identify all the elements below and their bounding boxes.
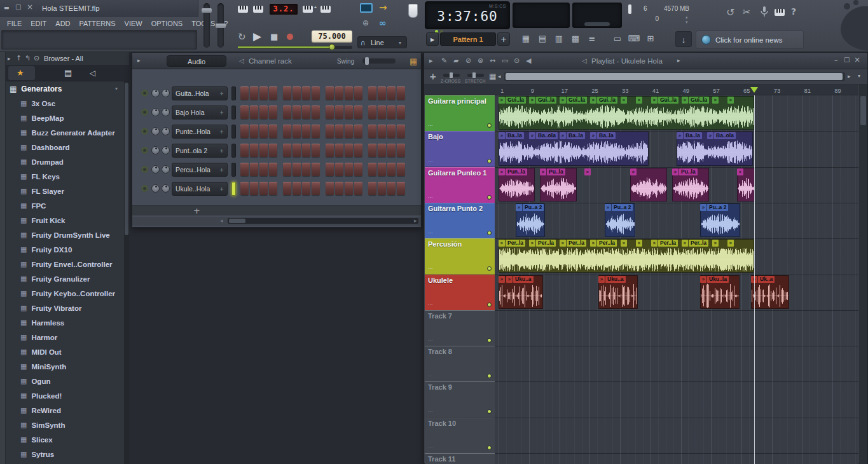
track-led[interactable] [487, 266, 492, 271]
browser-item-ogun[interactable]: ▦Ogun [6, 374, 124, 388]
channel-selector[interactable] [231, 144, 236, 158]
step-cell[interactable] [345, 182, 353, 195]
step-cell[interactable] [269, 182, 277, 195]
step-cell[interactable] [302, 125, 310, 138]
step-cell[interactable] [378, 144, 386, 157]
playlist-ruler[interactable]: 1917253341495765738189 [424, 85, 858, 95]
step-cell[interactable] [312, 144, 320, 157]
step-cell[interactable] [269, 106, 277, 119]
shuffle-knob[interactable] [329, 44, 335, 50]
mixer-button[interactable]: ▩ [568, 32, 582, 46]
scissors-icon[interactable]: ✂ [743, 8, 751, 17]
browser-item-fpc[interactable]: ▦FPC [6, 198, 124, 213]
oscilloscope-panel[interactable] [513, 3, 570, 28]
browser-scroll-thumb[interactable] [125, 83, 128, 235]
step-cell[interactable] [345, 144, 353, 157]
swing-slider[interactable] [362, 58, 396, 64]
channel-enable-led[interactable] [141, 109, 148, 116]
search-icon[interactable]: ⊙ [34, 55, 39, 62]
step-cell[interactable] [302, 182, 310, 195]
collapse-arrow-icon[interactable]: ▸ [429, 57, 433, 65]
step-cell[interactable] [397, 86, 405, 100]
browser-item-fruit-kick[interactable]: ▦Fruit Kick [6, 213, 124, 228]
step-cell[interactable] [269, 163, 277, 176]
browser-toggle-button[interactable]: ≡ [585, 32, 599, 46]
channel-enable-led[interactable] [141, 185, 148, 192]
window-collapse-icon[interactable]: ▬ [4, 5, 10, 11]
step-cell[interactable] [354, 106, 362, 119]
step-cell[interactable] [240, 163, 249, 176]
step-cell[interactable] [259, 182, 268, 195]
step-cell[interactable] [240, 144, 249, 157]
step-cell[interactable] [368, 182, 376, 195]
step-cell[interactable] [345, 125, 353, 138]
pan-knob[interactable] [151, 146, 160, 154]
step-cell[interactable] [326, 86, 334, 100]
step-cell[interactable] [326, 144, 334, 157]
track-header-track-7[interactable]: Track 7... [425, 310, 495, 346]
channel-selector[interactable] [231, 106, 236, 119]
track-header-ukulele[interactable]: Ukulele... [425, 275, 495, 311]
step-cell[interactable] [326, 163, 334, 176]
pitcher-icon[interactable] [408, 4, 418, 18]
step-cell[interactable] [293, 163, 301, 176]
track-led[interactable] [487, 338, 492, 343]
window-close-icon[interactable]: × [854, 56, 860, 64]
step-cell[interactable] [378, 106, 386, 119]
track-header-track-10[interactable]: Track 10... [425, 418, 495, 454]
main-pitch-slider[interactable] [217, 3, 224, 48]
browser-tab-sounds-icon[interactable]: ◁ [90, 69, 95, 77]
browser-item-3x-osc[interactable]: ▦3x Osc [6, 96, 124, 111]
track-led[interactable] [487, 374, 492, 378]
step-cell[interactable] [335, 144, 343, 157]
step-cell[interactable] [387, 144, 396, 157]
window-maximize-icon[interactable]: □ [844, 57, 850, 63]
browser-item-beepmap[interactable]: ▦BeepMap [6, 111, 124, 125]
volume-knob[interactable] [162, 165, 170, 174]
step-cell[interactable] [312, 182, 320, 195]
step-cell[interactable] [250, 182, 258, 195]
step-cell[interactable] [283, 144, 291, 157]
step-cell[interactable] [378, 125, 386, 138]
step-cell[interactable] [293, 125, 301, 138]
step-cell[interactable] [397, 106, 405, 119]
step-cell[interactable] [345, 106, 353, 119]
browser-item-sytrus[interactable]: ▦Sytrus [6, 447, 124, 461]
browser-item-minisynth[interactable]: ▦MiniSynth [6, 359, 124, 374]
track-header-track-8[interactable]: Track 8... [425, 346, 495, 382]
channel-button-punte-hola[interactable]: Punte..Hola+ [172, 125, 228, 139]
step-cell[interactable] [335, 106, 343, 119]
step-cell[interactable] [283, 106, 291, 119]
browser-item-fruity-keybo-controller[interactable]: ▦Fruity Keybo..Controller [6, 286, 124, 301]
midi-keyboard-icon[interactable] [775, 9, 785, 16]
touch-keyboard-button[interactable]: ⌨ [627, 32, 641, 46]
typing-keyboard-piano-icon[interactable] [238, 6, 248, 13]
channel-selector[interactable] [231, 86, 236, 100]
volume-thumb[interactable] [202, 8, 212, 13]
arrow-icon[interactable]: → [379, 3, 387, 13]
mute-tool-button[interactable]: ⊗ [478, 57, 483, 65]
scroll-left-icon[interactable]: ◂ [498, 74, 501, 79]
metronome-icon[interactable] [253, 6, 263, 13]
select-tool-button[interactable]: ▭ [502, 57, 508, 65]
channel-enable-led[interactable] [141, 90, 148, 97]
pan-zoom-control[interactable]: + [429, 72, 437, 81]
project-titlebar[interactable]: ▬ □ × Hola STEEMIT.flp [0, 0, 198, 17]
step-cell[interactable] [335, 125, 343, 138]
channel-rack-button[interactable]: ▤ [535, 32, 549, 46]
step-cell[interactable] [354, 144, 362, 157]
step-cell[interactable] [240, 125, 249, 138]
browser-item-midi-out[interactable]: ▦MIDI Out [6, 345, 124, 359]
browser-item-plucked[interactable]: ▦Plucked! [6, 388, 124, 403]
step-cell[interactable] [240, 86, 249, 100]
playlist-hscroll-track[interactable] [504, 72, 845, 81]
loop-record-button[interactable]: ↻ [238, 32, 246, 42]
step-cell[interactable] [368, 86, 376, 100]
play-button[interactable]: ▶ [253, 31, 261, 42]
step-cell[interactable] [250, 163, 258, 176]
step-cell[interactable] [259, 106, 268, 119]
pattern-next-button[interactable]: ▶ [426, 32, 439, 46]
menu-view[interactable]: VIEW [120, 18, 147, 29]
step-cell[interactable] [368, 163, 376, 176]
plugin-picker-button[interactable]: ▭ [610, 32, 624, 46]
